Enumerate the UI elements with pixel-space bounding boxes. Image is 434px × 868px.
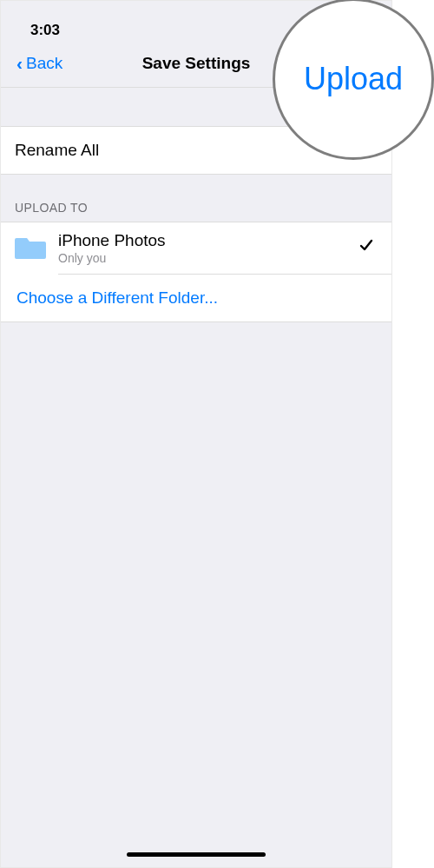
- back-button[interactable]: ‹ Back: [16, 54, 62, 73]
- chevron-left-icon: ‹: [16, 54, 23, 72]
- back-label: Back: [26, 54, 62, 73]
- zoom-highlight: Upload: [273, 0, 434, 160]
- folder-row[interactable]: iPhone Photos Only you: [1, 222, 391, 274]
- folder-icon: [15, 235, 46, 261]
- home-indicator: [127, 852, 266, 857]
- section-header-upload-to: UPLOAD TO: [1, 175, 391, 222]
- folder-text: iPhone Photos Only you: [58, 231, 358, 265]
- status-time: 3:03: [30, 22, 60, 39]
- folder-name: iPhone Photos: [58, 231, 358, 251]
- choose-folder-label: Choose a Different Folder...: [16, 288, 218, 307]
- choose-folder-row[interactable]: Choose a Different Folder...: [1, 275, 391, 322]
- separator: [1, 274, 391, 275]
- rename-all-label: Rename All: [15, 141, 99, 160]
- folder-subtitle: Only you: [58, 251, 358, 265]
- zoom-upload-label: Upload: [304, 61, 403, 97]
- page-title: Save Settings: [142, 54, 251, 73]
- checkmark-icon: [358, 238, 374, 258]
